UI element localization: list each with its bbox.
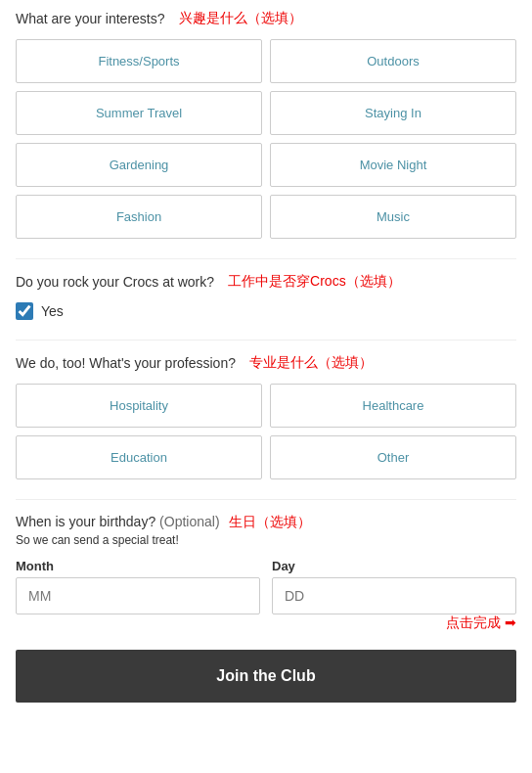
interest-music[interactable]: Music [270,195,516,239]
divider-2 [16,340,516,341]
crocs-yes-checkbox[interactable] [16,302,33,320]
interest-fashion[interactable]: Fashion [16,195,262,239]
birthday-title-row: When is your birthday? (Optional) 生日（选填） [16,514,516,531]
divider-3 [16,499,516,500]
crocs-work-question: Do you rock your Crocs at work? 工作中是否穿Cr… [16,273,516,291]
interest-outdoors[interactable]: Outdoors [270,39,516,83]
month-field-group: Month [16,559,260,614]
join-club-button[interactable]: Join the Club [16,650,516,703]
interest-movie-night[interactable]: Movie Night [270,143,516,187]
interest-staying-in[interactable]: Staying In [270,91,516,135]
month-label: Month [16,559,260,573]
birthday-fields: Month Day [16,559,516,614]
interest-gardening[interactable]: Gardening [16,143,262,187]
interests-section: What are your interests? 兴趣是什么（选填） Fitne… [16,10,516,239]
interest-fitness[interactable]: Fitness/Sports [16,39,262,83]
interests-grid: Fitness/Sports Outdoors Summer Travel St… [16,39,516,239]
profession-other[interactable]: Other [270,435,516,479]
day-field-group: Day [272,559,516,614]
divider-1 [16,258,516,259]
profession-healthcare[interactable]: Healthcare [270,384,516,428]
birthday-subtitle: So we can send a special treat! [16,533,516,547]
crocs-work-section: Do you rock your Crocs at work? 工作中是否穿Cr… [16,273,516,320]
profession-grid: Hospitality Healthcare Education Other [16,384,516,479]
crocs-yes-label[interactable]: Yes [41,303,64,319]
profession-hospitality[interactable]: Hospitality [16,384,262,428]
crocs-yes-row: Yes [16,302,516,320]
day-input[interactable] [272,577,516,614]
profession-question: We do, too! What's your profession? 专业是什… [16,354,516,372]
birthday-section: When is your birthday? (Optional) 生日（选填）… [16,514,516,614]
day-label: Day [272,559,516,573]
profession-education[interactable]: Education [16,435,262,479]
arrow-annotation: 点击完成 ➡ [16,614,516,632]
month-input[interactable] [16,577,260,614]
interests-question: What are your interests? 兴趣是什么（选填） [16,10,516,27]
profession-section: We do, too! What's your profession? 专业是什… [16,354,516,479]
interest-summer-travel[interactable]: Summer Travel [16,91,262,135]
